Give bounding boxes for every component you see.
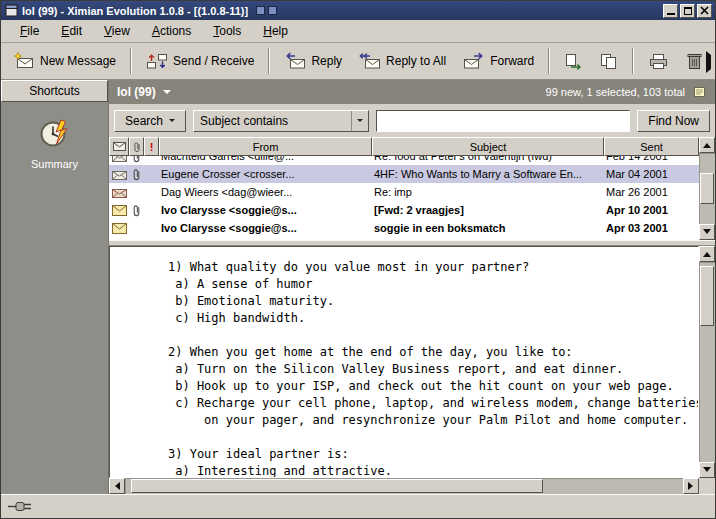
scrollbar-thumb[interactable] (700, 266, 714, 326)
minimize-button[interactable] (663, 4, 678, 18)
maximize-button[interactable] (680, 4, 695, 18)
copy-to-folder-icon (600, 53, 618, 70)
forward-label: Forward (490, 54, 534, 68)
read-envelope-icon (109, 169, 129, 180)
preview-scrollbar[interactable] (699, 246, 715, 478)
shortcuts-group-button[interactable]: Shortcuts (1, 80, 108, 102)
message-subject: soggie in een boksmatch (372, 222, 604, 234)
new-message-icon (13, 52, 35, 70)
chevron-down-icon[interactable] (351, 111, 368, 131)
scrollbar-track[interactable] (699, 153, 715, 224)
search-bar: Search Subject contains Find Now (109, 104, 715, 137)
reply-icon (284, 52, 306, 70)
message-from: Eugene Crosser <crosser... (159, 168, 372, 180)
find-now-button[interactable]: Find Now (637, 110, 710, 132)
scrollbar-track[interactable] (699, 262, 715, 462)
column-read-status[interactable] (109, 137, 129, 156)
scrollbar-thumb[interactable] (700, 173, 714, 204)
message-subject: 4HF: Who Wants to Marry a Software En... (372, 168, 604, 180)
evolution-window: lol (99) - Ximian Evolution 1.0.8 - [(1.… (0, 0, 716, 519)
close-button[interactable] (697, 4, 712, 18)
message-row[interactable]: Ivo Clarysse <soggie@s... [Fwd: 2 vraagj… (109, 201, 699, 219)
message-list-header: ! From Subject Sent (109, 137, 699, 156)
scrollbar-thumb[interactable] (131, 479, 544, 493)
menu-edit[interactable]: Edit (52, 21, 91, 41)
toolbar-separator (268, 48, 270, 74)
message-sent: Apr 03 2001 (604, 222, 699, 234)
chevron-down-icon (169, 119, 175, 125)
menu-file[interactable]: File (11, 21, 48, 41)
window-menu-icon[interactable] (4, 4, 18, 18)
scroll-down-arrow-icon[interactable] (699, 462, 715, 478)
preview-area: 1) What quality do you value most in you… (109, 246, 715, 478)
scroll-up-arrow-icon[interactable] (699, 246, 715, 262)
importance-icon: ! (150, 141, 154, 153)
search-criteria-value: Subject contains (194, 111, 351, 131)
menu-tools[interactable]: Tools (204, 21, 250, 41)
column-from[interactable]: From (159, 137, 372, 156)
window-title: lol (99) - Ximian Evolution 1.0.8 - [(1.… (22, 5, 248, 17)
envelope-icon (113, 142, 126, 151)
message-row[interactable]: Ivo Clarysse <soggie@s... soggie in een … (109, 219, 699, 237)
search-menu-label: Search (125, 114, 163, 128)
attachment-icon (129, 204, 144, 217)
folder-title[interactable]: lol (99) (117, 85, 156, 99)
move-to-folder-button[interactable] (556, 48, 591, 75)
message-list-scrollbar[interactable] (699, 137, 715, 240)
toolbar-separator (548, 48, 550, 74)
scroll-left-arrow-icon[interactable] (109, 478, 125, 494)
note-icon[interactable] (693, 85, 707, 99)
message-sent: Mar 04 2001 (604, 168, 699, 180)
scrollbar-track[interactable] (125, 478, 683, 494)
message-from: Machteld Garrels <dille@... (159, 156, 372, 162)
reply-to-all-button[interactable]: Reply to All (351, 47, 454, 75)
message-row[interactable]: Eugene Crosser <crosser... 4HF: Who Want… (109, 165, 699, 183)
toolbar-overflow-arrow-icon[interactable] (706, 55, 712, 69)
message-sent: Mar 26 2001 (604, 186, 699, 198)
column-subject[interactable]: Subject (372, 137, 604, 156)
message-row[interactable]: Dag Wieers <dag@wieer... Re: imp Mar 26 … (109, 183, 699, 201)
preview-pane[interactable]: 1) What quality do you value most in you… (109, 246, 699, 478)
scroll-right-arrow-icon[interactable] (683, 478, 699, 494)
menu-bar: File Edit View Actions Tools Help (1, 20, 715, 43)
move-to-folder-icon (564, 53, 583, 70)
folder-title-bar[interactable]: lol (99) 99 new, 1 selected, 103 total (109, 80, 715, 104)
forward-icon (463, 52, 485, 70)
print-icon (648, 53, 669, 70)
shortcut-summary[interactable]: Summary (31, 116, 78, 170)
reply-all-icon (359, 52, 381, 70)
attachment-icon (129, 156, 144, 163)
scroll-up-arrow-icon[interactable] (699, 137, 715, 153)
scroll-down-arrow-icon[interactable] (699, 224, 715, 240)
search-menu-button[interactable]: Search (114, 110, 186, 132)
column-attachment[interactable] (129, 137, 144, 156)
reply-all-label: Reply to All (386, 54, 446, 68)
folder-status-text: 99 new, 1 selected, 103 total (546, 86, 693, 98)
shortcut-bar: Shortcuts Summary (1, 80, 109, 494)
message-row[interactable]: Machteld Garrels <dille@... Re: food at … (109, 156, 699, 165)
print-button[interactable] (640, 48, 677, 75)
scrollbar-corner (699, 478, 715, 494)
horizontal-scrollbar[interactable] (109, 478, 715, 494)
copy-to-folder-button[interactable] (592, 48, 626, 75)
column-importance[interactable]: ! (144, 137, 159, 156)
menu-view[interactable]: View (95, 21, 139, 41)
menu-actions[interactable]: Actions (143, 21, 200, 41)
titlebar[interactable]: lol (99) - Ximian Evolution 1.0.8 - [(1.… (1, 1, 715, 20)
column-sent[interactable]: Sent (604, 137, 699, 156)
search-criteria-select[interactable]: Subject contains (193, 110, 369, 132)
trash-icon (686, 52, 703, 70)
message-body-text: 1) What quality do you value most in you… (110, 247, 698, 478)
toolbar-separator (632, 48, 634, 74)
new-message-button[interactable]: New Message (5, 47, 124, 75)
search-input[interactable] (376, 110, 630, 132)
message-subject: Re: imp (372, 186, 604, 198)
online-status-icon[interactable] (8, 500, 36, 513)
send-receive-button[interactable]: Send / Receive (138, 47, 262, 75)
reply-button[interactable]: Reply (276, 47, 350, 75)
message-from: Ivo Clarysse <soggie@s... (159, 222, 372, 234)
titlebar-decoration-icon (256, 6, 277, 15)
unread-envelope-icon (109, 223, 129, 234)
forward-button[interactable]: Forward (455, 47, 542, 75)
menu-help[interactable]: Help (254, 21, 297, 41)
